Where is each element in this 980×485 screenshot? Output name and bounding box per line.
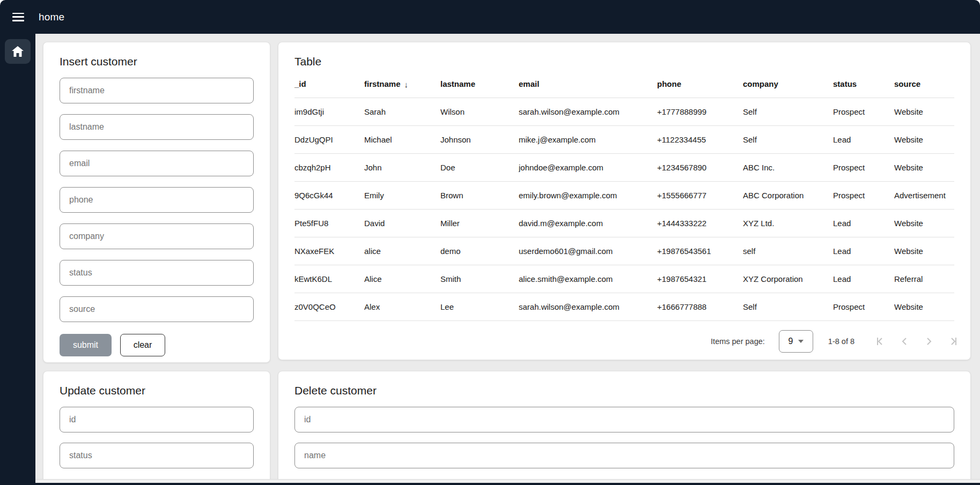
table-cell: z0V0QCeO — [294, 293, 364, 321]
table-cell: sarah.wilson@example.com — [519, 98, 657, 126]
table-cell: Website — [894, 98, 954, 126]
table-cell: Wilson — [440, 98, 519, 126]
update-form — [60, 407, 254, 468]
table-cell: +1666777888 — [657, 293, 743, 321]
company-input[interactable] — [60, 223, 254, 249]
table-row: cbzqh2pHJohnDoejohndoe@example.com+12345… — [294, 154, 954, 182]
table-cell: alice — [364, 237, 440, 265]
window-bottom-edge — [0, 483, 980, 485]
update-status-input[interactable] — [60, 443, 254, 468]
table-cell: self — [743, 237, 833, 265]
insert-buttons: submit clear — [60, 334, 254, 356]
table-cell: Miller — [440, 210, 519, 237]
table-cell: 9Q6cGk44 — [294, 182, 364, 210]
table-cell: david.m@example.com — [519, 210, 657, 237]
sidebar-item-home[interactable] — [5, 39, 31, 64]
table-cell: sarah.wilson@example.com — [519, 293, 657, 321]
table-cell: emily.brown@example.com — [519, 182, 657, 210]
table-body: im9dGtjiSarahWilsonsarah.wilson@example.… — [294, 98, 954, 321]
first-page-icon — [874, 335, 886, 347]
delete-id-input[interactable] — [294, 407, 954, 432]
table-paginator: Items per page: 9 1-8 of 8 — [278, 326, 970, 360]
table-cell: Lee — [440, 293, 519, 321]
table-cell: Website — [894, 126, 954, 154]
main-content: Insert customer submit clear Table — [35, 34, 980, 485]
table-cell: Emily — [364, 182, 440, 210]
table-cell: cbzqh2pH — [294, 154, 364, 182]
table-cell: Sarah — [364, 98, 440, 126]
items-per-page-label: Items per page: — [711, 337, 765, 346]
insert-clear-button[interactable]: clear — [120, 334, 165, 356]
column-header-lastname[interactable]: lastname — [440, 68, 519, 98]
table-cell: +1444333222 — [657, 210, 743, 237]
table-cell: Lead — [833, 210, 894, 237]
table-cell: Smith — [440, 265, 519, 293]
table-cell: Prospect — [833, 154, 894, 182]
table-cell: DdzUgQPI — [294, 126, 364, 154]
next-page-button[interactable] — [922, 334, 936, 348]
column-header-firstname[interactable]: firstname↓ — [364, 68, 440, 98]
previous-page-button[interactable] — [897, 334, 911, 348]
table-row: DdzUgQPIMichaelJohnsonmike.j@example.com… — [294, 126, 954, 154]
table-cell: im9dGtji — [294, 98, 364, 126]
customers-table: _id firstname↓ lastname email phone comp… — [294, 68, 954, 321]
table-row: im9dGtjiSarahWilsonsarah.wilson@example.… — [294, 98, 954, 126]
column-header-email[interactable]: email — [519, 68, 657, 98]
source-input[interactable] — [60, 296, 254, 322]
insert-form — [60, 78, 254, 322]
table-cell: Pte5fFU8 — [294, 210, 364, 237]
table-card: Table _id firstname↓ lastname email phon… — [278, 42, 971, 360]
email-input[interactable] — [60, 151, 254, 176]
table-row: z0V0QCeOAlexLeesarah.wilson@example.com+… — [294, 293, 954, 321]
chevron-right-icon — [923, 335, 935, 347]
table-cell: johndoe@example.com — [519, 154, 657, 182]
column-header-company[interactable]: company — [743, 68, 833, 98]
table-card-title: Table — [278, 55, 970, 68]
update-id-input[interactable] — [60, 407, 254, 432]
hamburger-menu-button[interactable] — [8, 6, 29, 28]
table-cell: XYZ Corporation — [743, 265, 833, 293]
column-header-status[interactable]: status — [833, 68, 894, 98]
table-cell: Alex — [364, 293, 440, 321]
lastname-input[interactable] — [60, 114, 254, 140]
delete-form — [294, 407, 954, 468]
table-cell: Lead — [833, 126, 894, 154]
firstname-input[interactable] — [60, 78, 254, 103]
table-cell: Referral — [894, 265, 954, 293]
table-cell: Website — [894, 237, 954, 265]
table-cell: Website — [894, 210, 954, 237]
last-page-button[interactable] — [947, 334, 961, 348]
first-page-button[interactable] — [873, 334, 887, 348]
table-cell: Johnson — [440, 126, 519, 154]
pager-buttons — [873, 334, 961, 348]
table-cell: Self — [743, 98, 833, 126]
page-size-value: 9 — [788, 337, 793, 346]
page-range-label: 1-8 of 8 — [828, 337, 854, 346]
column-header-phone[interactable]: phone — [657, 68, 743, 98]
status-input[interactable] — [60, 260, 254, 286]
table-cell: demo — [440, 237, 519, 265]
delete-name-input[interactable] — [294, 443, 954, 468]
app-window: home Insert customer submit cl — [0, 0, 980, 485]
table-cell: Lead — [833, 265, 894, 293]
table-row: NXaxeFEKalicedemouserdemo601@gmail.com+1… — [294, 237, 954, 265]
table-cell: Website — [894, 293, 954, 321]
table-cell: alice.smith@example.com — [519, 265, 657, 293]
insert-submit-button[interactable]: submit — [60, 334, 112, 356]
table-cell: Lead — [833, 237, 894, 265]
table-cell: +1555666777 — [657, 182, 743, 210]
column-header-source[interactable]: source — [894, 68, 954, 98]
column-header-id[interactable]: _id — [294, 68, 364, 98]
sidebar — [0, 34, 35, 485]
table-cell: NXaxeFEK — [294, 237, 364, 265]
chevron-left-icon — [898, 335, 910, 347]
table-cell: Advertisement — [894, 182, 954, 210]
table-cell: userdemo601@gmail.com — [519, 237, 657, 265]
update-customer-card: Update customer submit clear — [43, 371, 270, 485]
page-size-select[interactable]: 9 — [779, 330, 813, 353]
home-icon — [11, 46, 24, 57]
table-cell: David — [364, 210, 440, 237]
last-page-icon — [948, 335, 960, 347]
phone-input[interactable] — [60, 187, 254, 213]
horizontal-scrollbar[interactable] — [35, 479, 980, 483]
